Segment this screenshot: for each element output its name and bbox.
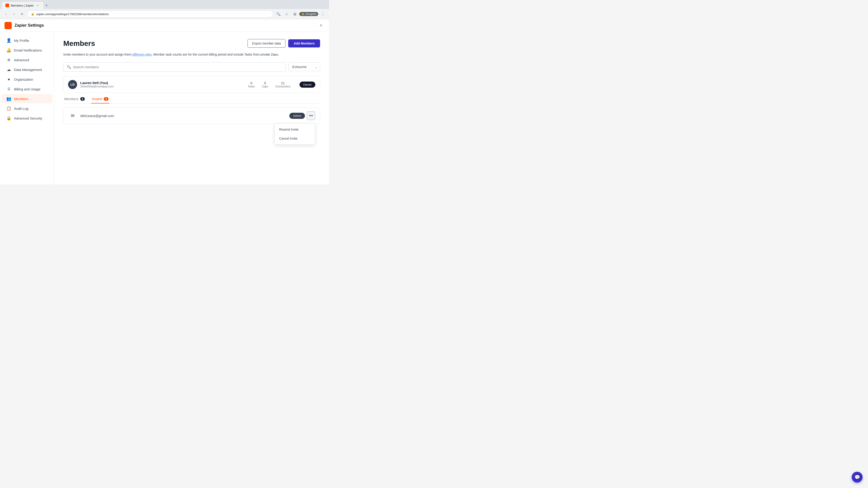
zaps-label: Zaps [262,85,268,88]
page-header: Members Export member data Add Members [63,39,320,48]
owner-name: Lauren Deli (You) [80,81,248,85]
tab-members-count: 1 [80,97,85,101]
sidebar-item-my-profile[interactable]: 👤 My Profile [2,36,52,45]
sidebar-label-organization: Organization [14,77,33,81]
header-actions: Export member data Add Members [248,39,320,48]
owner-info: Lauren Deli (You) 24ee050e@moodjoy.com [80,81,248,88]
sidebar-label-data-management: Data Management [14,68,42,72]
incognito-badge: 🕵 Incognito [299,12,318,16]
add-members-button[interactable]: Add Members [288,39,320,47]
sidebar-label-audit-log: Audit Log [14,107,28,110]
tab-members[interactable]: Members 1 [63,95,86,103]
sidebar-label-email-notifications: Email Notifications [14,48,42,52]
app-header-left: Zapier Settings [4,22,44,29]
tabs-row: Members 1 Invited 1 [63,95,320,104]
cancel-invite-option[interactable]: Cancel Invite [275,134,315,143]
organization-icon: ■ [6,77,11,82]
tasks-stat: 0 Tasks [248,81,255,88]
tab-members-label: Members [64,97,79,101]
search-button[interactable]: 🔍 [275,10,282,18]
description: Invite members to your account and assig… [63,52,320,57]
description-text-1: Invite members to your account and assig… [63,53,132,56]
tab-title: Members | Zapier [11,4,34,7]
bookmark-button[interactable]: ☆ [283,10,290,18]
members-icon: 👥 [6,96,11,101]
app-header: Zapier Settings × [0,19,329,32]
address-text: zapier.com/app/settings/17062338/members… [36,12,109,16]
notifications-icon: 🔔 [6,48,11,53]
billing-icon: ☰ [6,87,11,92]
owner-avatar: LD [68,80,77,89]
sidebar-label-my-profile: My Profile [14,39,29,42]
resend-invite-option[interactable]: Resend Invite [275,125,315,134]
advanced-security-icon: 🔒 [6,116,11,121]
owner-stats: 0 Tasks 0 Zaps 11 Connections [248,81,290,88]
zaps-number: 0 [262,81,268,85]
envelope-icon: ✉ [68,111,77,120]
connections-number: 11 [275,81,290,85]
filter-select[interactable]: Everyone Members Admins Owners [288,62,320,71]
sidebar-label-advanced-security: Advanced Security [14,116,42,120]
more-options-button[interactable]: ••• Resend Invite Cancel Invite [307,111,315,120]
sidebar-item-audit-log[interactable]: 📋 Audit Log [2,104,52,113]
forward-button[interactable]: › [11,11,17,17]
zaps-stat: 0 Zaps [262,81,268,88]
owner-email: 24ee050e@moodjoy.com [80,85,248,88]
filter-wrapper: Everyone Members Admins Owners ⌄ [288,62,320,72]
invited-row: ✉ d901eace@gmail.com Admin ••• Resend In… [63,107,320,124]
app-body: 👤 My Profile 🔔 Email Notifications ⚙ Adv… [0,32,329,184]
search-box[interactable]: 🔍 [63,62,286,72]
tasks-number: 0 [248,81,255,85]
sidebar-item-data-management[interactable]: ☁ Data Management [2,65,52,74]
sidebar-item-members[interactable]: 👥 Members [2,94,52,103]
search-filter-row: 🔍 Everyone Members Admins Owners ⌄ [63,62,320,72]
app-header-title: Zapier Settings [14,23,44,28]
dropdown-menu: Resend Invite Cancel Invite [274,123,315,144]
profile-icon: 👤 [6,38,11,43]
sidebar-item-advanced-security[interactable]: 🔒 Advanced Security [2,113,52,123]
refresh-button[interactable]: ↻ [19,11,25,17]
different-roles-link[interactable]: different roles [132,53,152,56]
connections-label: Connections [275,85,290,88]
sidebar: 👤 My Profile 🔔 Email Notifications ⚙ Adv… [0,32,54,184]
browser-more-button[interactable]: ⋮ [319,10,327,18]
export-member-data-button[interactable]: Export member data [248,39,286,48]
sidebar-item-organization[interactable]: ■ Organization [2,74,52,84]
close-settings-button[interactable]: × [317,22,324,29]
new-tab-button[interactable]: + [43,2,50,8]
search-input[interactable] [73,65,282,69]
advanced-icon: ⚙ [6,57,11,62]
zapier-logo [4,22,12,29]
tab-favicon [5,4,9,7]
audit-log-icon: 📋 [6,106,11,111]
sidebar-item-email-notifications[interactable]: 🔔 Email Notifications [2,45,52,55]
page-title: Members [63,39,95,48]
search-icon: 🔍 [67,65,71,69]
back-button[interactable]: ‹ [3,11,9,17]
data-management-icon: ☁ [6,67,11,72]
admin-role-badge: Admin [289,113,305,119]
invited-email: d901eace@gmail.com [80,114,289,118]
sidebar-label-billing-usage: Billing and Usage [14,87,40,91]
ellipsis-icon: ••• [309,113,313,118]
incognito-label: Incognito [305,12,316,15]
tab-invited-label: Invited [92,97,102,101]
sidebar-label-members: Members [14,97,28,101]
tasks-label: Tasks [248,85,255,88]
lock-icon: 🔒 [31,12,34,15]
extensions-button[interactable]: ⊞ [291,10,298,18]
active-tab[interactable]: Members | Zapier × [2,2,43,9]
tab-invited[interactable]: Invited 1 [91,95,110,103]
main-content: Members Export member data Add Members I… [54,32,329,184]
description-text-2: . Member task counts are for the current… [151,53,279,56]
tab-close-button[interactable]: × [36,3,40,7]
connections-stat: 11 Connections [275,81,290,88]
sidebar-label-advanced: Advanced [14,58,29,62]
tab-invited-count: 1 [104,97,108,101]
sidebar-item-billing-usage[interactable]: ☰ Billing and Usage [2,84,52,94]
incognito-icon: 🕵 [301,12,305,15]
owner-member-row: LD Lauren Deli (You) 24ee050e@moodjoy.co… [63,76,320,93]
address-bar[interactable]: 🔒 zapier.com/app/settings/17062338/membe… [27,10,273,18]
sidebar-item-advanced[interactable]: ⚙ Advanced [2,55,52,65]
owner-role-badge: Owner [300,82,315,88]
